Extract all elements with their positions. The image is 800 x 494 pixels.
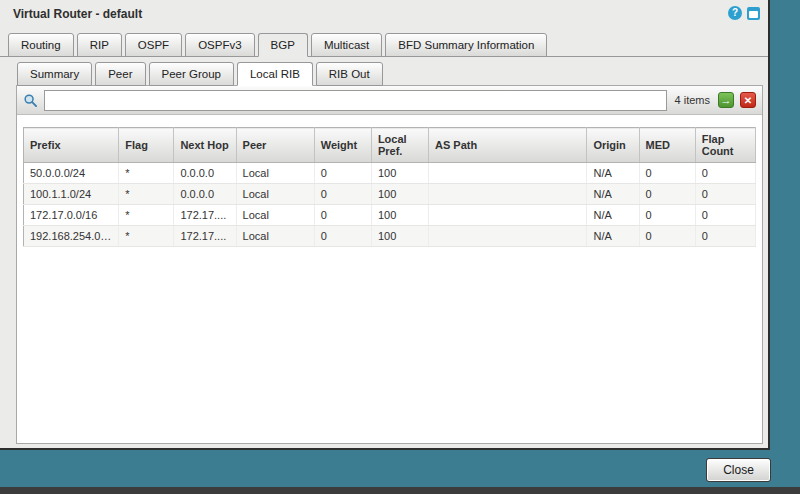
cell: 0 — [639, 184, 695, 205]
cell: 0 — [314, 226, 371, 247]
cell: 0 — [695, 184, 755, 205]
column-header-weight[interactable]: Weight — [314, 128, 371, 163]
cell: 100 — [371, 184, 428, 205]
cell: N/A — [587, 184, 639, 205]
tab-multicast[interactable]: Multicast — [311, 33, 382, 57]
main-tab-strip: RoutingRIPOSPFOSPFv3BGPMulticastBFD Summ… — [0, 30, 768, 57]
help-icon[interactable]: ? — [728, 6, 742, 20]
window-icon[interactable] — [747, 7, 760, 20]
item-count-label: 4 items — [673, 94, 712, 106]
cell — [429, 163, 587, 184]
table-row: 100.1.1.0/24*0.0.0.0Local0100N/A00 — [24, 184, 756, 205]
titlebar-icons: ? — [728, 6, 760, 20]
tab-ospf[interactable]: OSPF — [125, 33, 182, 57]
tab-routing[interactable]: Routing — [8, 33, 74, 57]
prefix-link[interactable]: 172.17.0.0/16 — [24, 205, 119, 226]
filter-bar: 4 items → ✕ — [17, 86, 762, 115]
virtual-router-dialog: Virtual Router - default ? RoutingRIPOSP… — [0, 0, 770, 450]
column-header-prefix[interactable]: Prefix — [24, 128, 119, 163]
column-header-med[interactable]: MED — [639, 128, 695, 163]
rib-table-body: 50.0.0.0/24*0.0.0.0Local0100N/A00100.1.1… — [24, 163, 756, 247]
cell: * — [119, 163, 174, 184]
clear-filter-button[interactable]: ✕ — [740, 92, 756, 108]
rib-table: PrefixFlagNext HopPeerWeightLocal Pref.A… — [23, 127, 756, 247]
cell: 0 — [314, 184, 371, 205]
column-header-peer[interactable]: Peer — [236, 128, 314, 163]
cell: N/A — [587, 226, 639, 247]
rib-header-row: PrefixFlagNext HopPeerWeightLocal Pref.A… — [24, 128, 756, 163]
cell: 172.17.... — [174, 205, 236, 226]
cell — [429, 226, 587, 247]
cell: 0 — [314, 205, 371, 226]
cell: N/A — [587, 163, 639, 184]
cell: * — [119, 205, 174, 226]
column-header-as-path[interactable]: AS Path — [429, 128, 587, 163]
tab-bgp[interactable]: BGP — [258, 33, 308, 57]
tab-ospfv3[interactable]: OSPFv3 — [185, 33, 254, 57]
column-header-origin[interactable]: Origin — [587, 128, 639, 163]
cell: 0 — [639, 205, 695, 226]
local-rib-panel: 4 items → ✕ PrefixFlagNext HopPeerWeight… — [16, 85, 763, 444]
subtab-summary[interactable]: Summary — [17, 62, 92, 86]
sub-tab-strip: SummaryPeerPeer GroupLocal RIBRIB Out — [16, 59, 764, 86]
dialog-titlebar: Virtual Router - default ? — [0, 0, 768, 28]
column-header-local-pref[interactable]: Local Pref. — [371, 128, 428, 163]
subtab-peer-group[interactable]: Peer Group — [149, 62, 234, 86]
cell: Local — [236, 226, 314, 247]
subtab-peer[interactable]: Peer — [95, 62, 145, 86]
cell: Local — [236, 163, 314, 184]
cell: 100 — [371, 163, 428, 184]
cell: 100 — [371, 226, 428, 247]
cell: 0 — [695, 226, 755, 247]
cell: 0 — [695, 205, 755, 226]
column-header-flag[interactable]: Flag — [119, 128, 174, 163]
subtab-local-rib[interactable]: Local RIB — [237, 62, 313, 86]
cell: 0.0.0.0 — [174, 184, 236, 205]
prefix-link[interactable]: 50.0.0.0/24 — [24, 163, 119, 184]
subtab-rib-out[interactable]: RIB Out — [316, 62, 383, 86]
tab-bfd-summary-information[interactable]: BFD Summary Information — [385, 33, 547, 57]
cell: 0 — [639, 226, 695, 247]
cell: 0 — [639, 163, 695, 184]
filter-search-input[interactable] — [44, 90, 667, 111]
prefix-link[interactable]: 192.168.254.0/24 — [24, 226, 119, 247]
window-bottom-edge — [0, 487, 800, 494]
cell: 0 — [314, 163, 371, 184]
column-header-flap-count[interactable]: Flap Count — [695, 128, 755, 163]
cell: N/A — [587, 205, 639, 226]
table-row: 50.0.0.0/24*0.0.0.0Local0100N/A00 — [24, 163, 756, 184]
search-icon — [23, 93, 38, 108]
prefix-link[interactable]: 100.1.1.0/24 — [24, 184, 119, 205]
tab-rip[interactable]: RIP — [77, 33, 122, 57]
close-button[interactable]: Close — [706, 458, 771, 482]
cell — [429, 184, 587, 205]
column-header-next-hop[interactable]: Next Hop — [174, 128, 236, 163]
cell: 0 — [695, 163, 755, 184]
apply-filter-button[interactable]: → — [718, 92, 734, 108]
cell: 100 — [371, 205, 428, 226]
cell: * — [119, 226, 174, 247]
rib-table-wrap: PrefixFlagNext HopPeerWeightLocal Pref.A… — [23, 127, 756, 247]
dialog-title: Virtual Router - default — [13, 7, 142, 21]
cell — [429, 205, 587, 226]
cell: * — [119, 184, 174, 205]
cell: Local — [236, 184, 314, 205]
cell: Local — [236, 205, 314, 226]
cell: 0.0.0.0 — [174, 163, 236, 184]
cell: 172.17.... — [174, 226, 236, 247]
table-row: 172.17.0.0/16*172.17....Local0100N/A00 — [24, 205, 756, 226]
table-row: 192.168.254.0/24*172.17....Local0100N/A0… — [24, 226, 756, 247]
